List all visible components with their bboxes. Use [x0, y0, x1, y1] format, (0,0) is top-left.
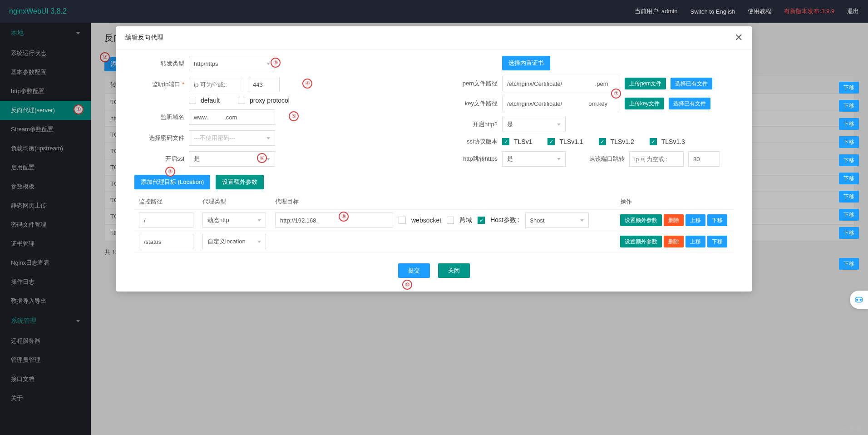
edit-proxy-modal: 编辑反向代理 ✕ 转发类型 http/https ③ 监听ip端口 *: [116, 26, 752, 292]
tutorial-link[interactable]: 使用教程: [748, 7, 771, 15]
chevron-down-icon: [257, 241, 261, 243]
bg-down-button[interactable]: 下移: [839, 209, 859, 221]
new-version-link[interactable]: 有新版本发布:3.9.9: [784, 7, 834, 15]
row-delete-button[interactable]: 删除: [664, 214, 684, 226]
robot-icon: [854, 295, 864, 305]
input-listen-ip[interactable]: [189, 77, 243, 92]
select-forward-type[interactable]: http/https: [189, 56, 275, 71]
checkbox-tlsv11[interactable]: ✓: [547, 138, 555, 145]
brand-logo: nginxWebUI 3.8.2: [9, 7, 67, 15]
select-loc-type-1[interactable]: 自定义location: [202, 234, 266, 249]
chevron-down-icon: [557, 158, 561, 160]
label-domain: 监听域名: [134, 113, 184, 121]
label-listen-port: 监听ip端口 *: [134, 80, 184, 89]
label-key: key文件路径: [448, 99, 498, 108]
input-loc-path-1[interactable]: [139, 234, 193, 249]
bg-down-button[interactable]: 下移: [839, 173, 859, 184]
close-button[interactable]: 关闭: [438, 263, 470, 278]
label-http2: 开启http2: [448, 120, 498, 129]
input-pem-path[interactable]: [502, 76, 620, 91]
logout-link[interactable]: 退出: [847, 7, 859, 15]
annotation-10: ⑩: [402, 280, 412, 290]
checkbox-cors[interactable]: [447, 217, 454, 224]
input-loc-path-0[interactable]: [139, 213, 193, 228]
label-forward-type: 转发类型: [134, 59, 184, 68]
upload-key-button[interactable]: 上传key文件: [625, 98, 664, 109]
select-cert-button[interactable]: 选择内置证书: [502, 56, 550, 70]
add-location-button[interactable]: 添加代理目标 (Location): [134, 175, 210, 189]
svg-point-0: [856, 299, 858, 301]
input-jump-port[interactable]: [688, 151, 720, 167]
checkbox-tlsv1[interactable]: ✓: [502, 138, 509, 145]
annotation-4: ④: [302, 79, 312, 89]
select-http-https[interactable]: 是: [502, 151, 566, 167]
current-user: 当前用户: admin: [635, 7, 678, 15]
label-http-https: http跳转https: [448, 155, 498, 163]
submit-button[interactable]: 提交: [398, 263, 430, 278]
bg-down-button[interactable]: 下移: [839, 136, 859, 148]
select-ssl[interactable]: 是: [189, 151, 275, 167]
close-icon[interactable]: ✕: [735, 33, 743, 43]
input-jump-ip[interactable]: [629, 151, 684, 167]
bg-down-button[interactable]: 下移: [839, 100, 859, 112]
chevron-down-icon: [557, 124, 561, 126]
assistant-fab[interactable]: [850, 291, 868, 309]
chevron-down-icon: [266, 63, 270, 65]
checkbox-websocket[interactable]: [399, 217, 406, 224]
bg-down-button[interactable]: 下移: [839, 154, 859, 166]
row-up-button[interactable]: 上移: [686, 214, 705, 226]
select-http2[interactable]: 是: [502, 117, 566, 132]
checkbox-tlsv12[interactable]: ✓: [599, 138, 606, 145]
modal-overlay: 编辑反向代理 ✕ 转发类型 http/https ③ 监听ip端口 *: [0, 23, 868, 435]
chevron-down-icon: [257, 219, 261, 222]
location-row: 自定义location 设置额外参数 删除 上移 下移: [134, 231, 734, 252]
row-down-button[interactable]: 下移: [707, 214, 727, 226]
input-key-path[interactable]: [502, 96, 620, 111]
svg-point-1: [859, 299, 862, 301]
label-jump-port: 从该端口跳转: [570, 155, 625, 163]
input-domain[interactable]: [189, 109, 275, 125]
row-extra-button[interactable]: 设置额外参数: [620, 214, 662, 226]
bg-down-button[interactable]: 下移: [839, 227, 859, 239]
row-delete-button[interactable]: 删除: [664, 236, 684, 247]
location-row: 动态http websocket 跨域 ✓Host参数 : $host ⑨: [134, 210, 734, 231]
select-pem-button[interactable]: 选择已有文件: [671, 78, 712, 89]
chevron-down-icon: [266, 137, 270, 139]
chevron-down-icon: [266, 158, 270, 160]
bg-down-button[interactable]: 下移: [839, 258, 859, 270]
label-pem: pem文件路径: [448, 79, 498, 88]
label-password: 选择密码文件: [134, 134, 184, 142]
label-ssl-proto: ssl协议版本: [448, 138, 498, 146]
chevron-down-icon: [580, 219, 584, 222]
select-key-button[interactable]: 选择已有文件: [669, 98, 710, 109]
checkbox-proxy-protocol[interactable]: [238, 97, 245, 104]
input-listen-port[interactable]: [248, 77, 280, 92]
checkbox-tlsv13[interactable]: ✓: [650, 138, 657, 145]
top-nav: nginxWebUI 3.8.2 当前用户: admin Switch to E…: [0, 0, 868, 23]
select-host-val[interactable]: $host: [525, 213, 589, 228]
checkbox-default[interactable]: [189, 97, 196, 104]
location-table: 监控路径 代理类型 代理目标 操作 动态http websocket 跨域: [134, 194, 734, 252]
row-extra-button[interactable]: 设置额外参数: [620, 236, 662, 247]
row-up-button[interactable]: 上移: [686, 236, 705, 247]
modal-title: 编辑反向代理: [125, 34, 163, 42]
watermark: CSDN @拓铃: [834, 425, 864, 432]
input-loc-target-0[interactable]: [275, 213, 393, 228]
switch-lang-link[interactable]: Switch to English: [690, 8, 735, 15]
bg-down-button[interactable]: 下移: [839, 82, 859, 94]
select-loc-type-0[interactable]: 动态http: [202, 213, 266, 228]
top-right-nav: 当前用户: admin Switch to English 使用教程 有新版本发…: [635, 7, 859, 15]
label-ssl: 开启ssl: [134, 155, 184, 163]
checkbox-host[interactable]: ✓: [478, 217, 485, 224]
bg-down-button[interactable]: 下移: [839, 191, 859, 203]
extra-params-button[interactable]: 设置额外参数: [216, 175, 264, 189]
select-password[interactable]: ---不使用密码---: [189, 130, 275, 146]
bg-down-button[interactable]: 下移: [839, 118, 859, 130]
upload-pem-button[interactable]: 上传pem文件: [625, 78, 666, 89]
annotation-5: ⑤: [289, 111, 299, 121]
row-down-button[interactable]: 下移: [707, 236, 727, 247]
